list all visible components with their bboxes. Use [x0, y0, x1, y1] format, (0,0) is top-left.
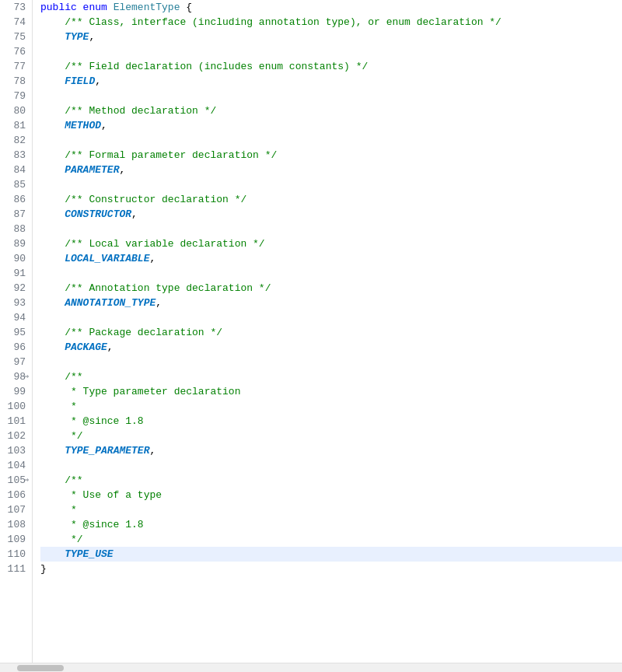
line-number-110: 110 [0, 547, 26, 562]
line-number-93: 93 [0, 296, 26, 310]
line-number-100: 100 [0, 399, 26, 414]
code-line-79 [40, 89, 622, 103]
code-line-108: * @since 1.8 [40, 517, 622, 532]
line-number-79: 79 [0, 89, 26, 103]
token [40, 517, 71, 532]
token: , [149, 443, 156, 458]
code-line-109: */ [40, 532, 622, 547]
line-number-84: 84 [0, 163, 26, 177]
token: /** Package declaration */ [65, 325, 222, 340]
token [40, 384, 71, 399]
token [40, 414, 71, 429]
token: ANNOTATION_TYPE [65, 296, 156, 310]
line-number-86: 86 [0, 192, 26, 207]
token: , [131, 207, 138, 222]
token: TYPE_PARAMETER [65, 443, 149, 458]
code-content[interactable]: public enum ElementType { /** Class, int… [33, 0, 622, 663]
horizontal-scrollbar[interactable] [0, 663, 622, 672]
line-number-88: 88 [0, 222, 26, 236]
token: , [149, 251, 156, 266]
code-line-74: /** Class, interface (including annotati… [40, 15, 622, 30]
token: , [156, 296, 162, 310]
token [40, 443, 65, 458]
token: , [107, 340, 114, 355]
line-number-105: 105 [0, 473, 26, 488]
line-number-74: 74 [0, 15, 26, 30]
code-line-87: CONSTRUCTOR, [40, 207, 622, 222]
token [40, 532, 71, 547]
token: /** Formal parameter declaration */ [65, 148, 277, 163]
token: , [95, 74, 101, 89]
token [40, 207, 65, 222]
line-number-89: 89 [0, 236, 26, 251]
line-number-103: 103 [0, 443, 26, 458]
token: /** Class, interface (including annotati… [65, 15, 501, 30]
token [40, 15, 65, 30]
code-line-100: * [40, 399, 622, 414]
token: TYPE_USE [65, 547, 113, 562]
code-line-102: */ [40, 429, 622, 443]
code-line-73: public enum ElementType { [40, 0, 622, 15]
token [40, 74, 65, 89]
code-line-101: * @since 1.8 [40, 414, 622, 429]
line-number-94: 94 [0, 310, 26, 325]
code-line-93: ANNOTATION_TYPE, [40, 296, 622, 310]
token: /** [65, 473, 82, 488]
line-number-97: 97 [0, 355, 26, 369]
token [40, 502, 71, 517]
token: METHOD [65, 118, 101, 133]
token: /** Constructor declaration */ [65, 192, 246, 207]
scrollbar-thumb[interactable] [17, 665, 64, 671]
line-number-104: 104 [0, 458, 26, 473]
token [40, 325, 65, 340]
line-number-111: 111 [0, 562, 26, 576]
token [40, 488, 71, 502]
line-number-108: 108 [0, 517, 26, 532]
code-line-95: /** Package declaration */ [40, 325, 622, 340]
code-line-82 [40, 133, 622, 148]
code-line-86: /** Constructor declaration */ [40, 192, 622, 207]
token: ElementType [114, 0, 180, 15]
line-number-87: 87 [0, 207, 26, 222]
code-line-106: * Use of a type [40, 488, 622, 502]
token [40, 399, 71, 414]
token: * Use of a type [71, 488, 162, 502]
line-number-80: 80 [0, 103, 26, 118]
token: * @since 1.8 [71, 414, 144, 429]
token: LOCAL_VARIABLE [65, 251, 149, 266]
code-line-90: LOCAL_VARIABLE, [40, 251, 622, 266]
token: */ [71, 532, 83, 547]
code-line-107: * [40, 502, 622, 517]
code-line-103: TYPE_PARAMETER, [40, 443, 622, 458]
code-line-98: /** [40, 369, 622, 384]
code-line-78: FIELD, [40, 74, 622, 89]
line-number-98: 98 [0, 369, 26, 384]
code-line-80: /** Method declaration */ [40, 103, 622, 118]
code-line-94 [40, 310, 622, 325]
code-line-96: PACKAGE, [40, 340, 622, 355]
line-number-107: 107 [0, 502, 26, 517]
code-line-77: /** Field declaration (includes enum con… [40, 59, 622, 74]
code-line-104 [40, 458, 622, 473]
token [40, 547, 65, 562]
code-line-85 [40, 177, 622, 192]
line-number-91: 91 [0, 266, 26, 281]
line-number-73: 73 [0, 0, 26, 15]
code-line-84: PARAMETER, [40, 163, 622, 177]
token: , [89, 30, 95, 44]
token [40, 236, 65, 251]
token: FIELD [65, 74, 95, 89]
line-number-78: 78 [0, 74, 26, 89]
token [40, 296, 65, 310]
token [40, 59, 65, 74]
token: TYPE [65, 30, 89, 44]
code-line-92: /** Annotation type declaration */ [40, 281, 622, 296]
code-line-89: /** Local variable declaration */ [40, 236, 622, 251]
code-line-97 [40, 355, 622, 369]
code-line-75: TYPE, [40, 30, 622, 44]
token: public [40, 0, 83, 15]
token [40, 148, 65, 163]
token: /** Local variable declaration */ [65, 236, 264, 251]
token: */ [71, 429, 83, 443]
token [40, 281, 65, 296]
